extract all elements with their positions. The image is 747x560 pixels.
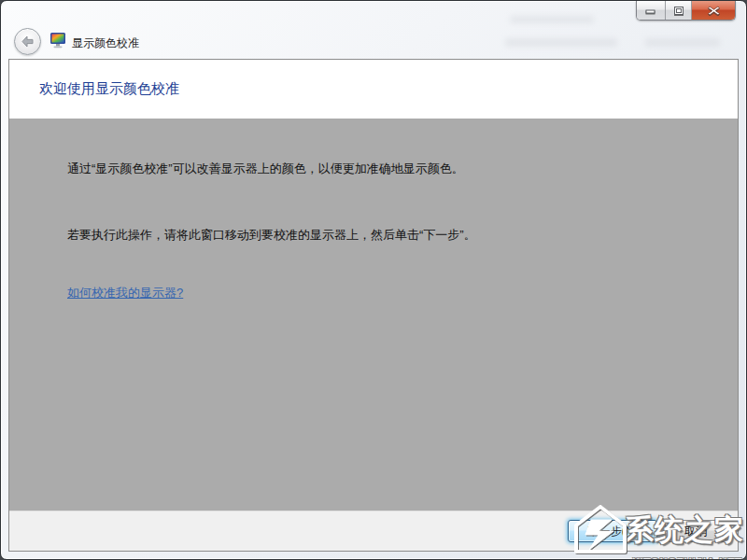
minimize-button[interactable]: [637, 1, 666, 20]
minimize-icon: [645, 6, 656, 15]
instruction-paragraph: 若要执行此操作，请将此窗口移动到要校准的显示器上，然后单击“下一步”。: [67, 227, 680, 244]
close-icon: [708, 6, 720, 16]
navigation-bar: 显示颜色校准: [1, 21, 746, 59]
cancel-button[interactable]: 取消: [665, 520, 726, 542]
window-controls: [636, 1, 736, 21]
display-color-icon: [49, 32, 66, 49]
page-title: 欢迎使用显示颜色校准: [39, 80, 179, 98]
back-arrow-icon: [21, 35, 35, 48]
wizard-footer: 下一步(N) 取消: [9, 511, 738, 551]
watermark-site-url: XITONGZHIJIA.NET: [632, 556, 742, 560]
back-button[interactable]: [14, 28, 41, 55]
maximize-icon: [673, 6, 684, 16]
intro-paragraph: 通过“显示颜色校准”可以改善显示器上的颜色，以便更加准确地显示颜色。: [67, 161, 680, 177]
next-button[interactable]: 下一步(N): [568, 520, 657, 542]
close-button[interactable]: [692, 1, 735, 20]
maximize-button[interactable]: [666, 1, 692, 20]
app-title: 显示颜色校准: [72, 35, 139, 51]
wizard-header: 欢迎使用显示颜色校准: [9, 60, 738, 119]
display-color-calibration-window: 显示颜色校准 欢迎使用显示颜色校准 通过“显示颜色校准”可以改善显示器上的颜色，…: [0, 0, 747, 560]
wizard-content: 欢迎使用显示颜色校准 通过“显示颜色校准”可以改善显示器上的颜色，以便更加准确地…: [8, 59, 739, 552]
calibration-help-link[interactable]: 如何校准我的显示器?: [67, 286, 183, 300]
wizard-body: 通过“显示颜色校准”可以改善显示器上的颜色，以便更加准确地显示颜色。 若要执行此…: [9, 119, 738, 511]
